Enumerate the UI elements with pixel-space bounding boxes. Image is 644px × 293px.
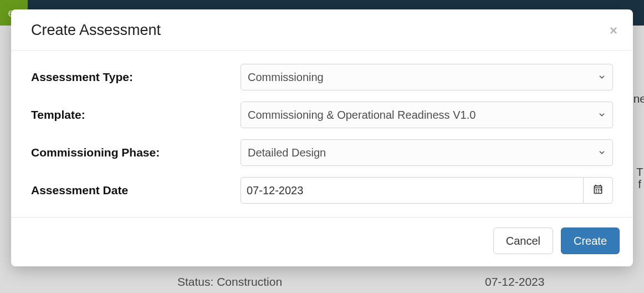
assessment-date-input[interactable] bbox=[241, 177, 583, 204]
create-assessment-modal: Create Assessment × Assessment Type: Com… bbox=[11, 9, 633, 266]
date-input-group bbox=[241, 177, 613, 204]
modal-title: Create Assessment bbox=[31, 22, 161, 39]
label-date: Assessment Date bbox=[31, 184, 241, 197]
modal-footer: Cancel Create bbox=[11, 217, 633, 266]
chevron-down-icon bbox=[598, 149, 606, 156]
template-select[interactable]: Commissioning & Operational Readiness V1… bbox=[241, 102, 613, 128]
control-phase: Detailed Design bbox=[241, 139, 613, 166]
modal-header: Create Assessment × bbox=[11, 9, 633, 50]
phase-value: Detailed Design bbox=[248, 146, 326, 159]
label-assessment-type: Assessment Type: bbox=[31, 70, 241, 84]
close-icon[interactable]: × bbox=[610, 24, 617, 37]
label-template: Template: bbox=[31, 108, 241, 122]
assessment-type-select[interactable]: Commissioning bbox=[241, 64, 613, 90]
create-button[interactable]: Create bbox=[561, 228, 620, 254]
calendar-icon bbox=[592, 184, 604, 197]
modal-body: Assessment Type: Commissioning Template:… bbox=[11, 50, 633, 217]
row-assessment-type: Assessment Type: Commissioning bbox=[31, 64, 613, 90]
row-template: Template: Commissioning & Operational Re… bbox=[31, 102, 613, 128]
phase-select[interactable]: Detailed Design bbox=[241, 139, 613, 166]
chevron-down-icon bbox=[598, 111, 606, 119]
label-phase: Commissioning Phase: bbox=[31, 146, 241, 159]
cancel-button[interactable]: Cancel bbox=[493, 228, 553, 254]
template-value: Commissioning & Operational Readiness V1… bbox=[248, 109, 476, 122]
row-phase: Commissioning Phase: Detailed Design bbox=[31, 139, 613, 166]
row-date: Assessment Date bbox=[31, 177, 613, 204]
control-assessment-type: Commissioning bbox=[241, 64, 613, 90]
calendar-button[interactable] bbox=[583, 177, 613, 204]
control-template: Commissioning & Operational Readiness V1… bbox=[241, 102, 613, 128]
chevron-down-icon bbox=[598, 73, 606, 81]
assessment-type-value: Commissioning bbox=[248, 71, 324, 84]
control-date bbox=[241, 177, 613, 204]
